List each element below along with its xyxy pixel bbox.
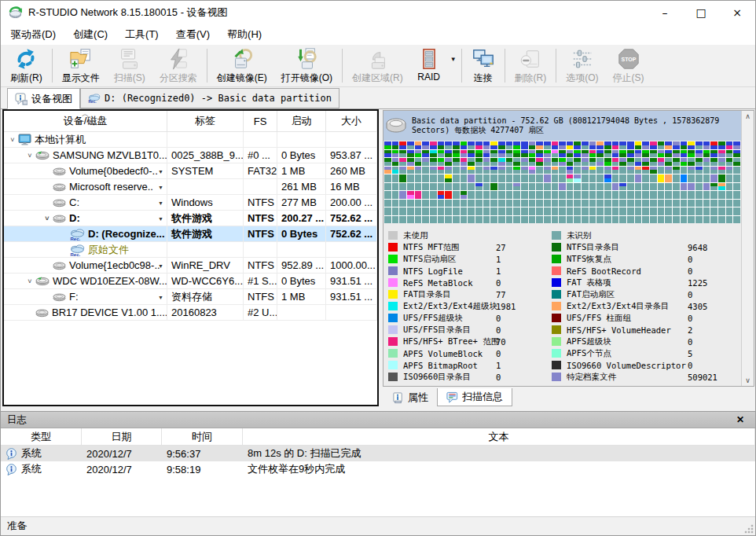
- scan-block[interactable]: [589, 216, 596, 224]
- scan-block[interactable]: [596, 150, 604, 158]
- scan-block[interactable]: [612, 167, 619, 174]
- scan-block[interactable]: [635, 141, 642, 149]
- scan-block[interactable]: [681, 174, 688, 182]
- scan-block[interactable]: [461, 174, 468, 182]
- scan-block[interactable]: [574, 174, 581, 182]
- tree-row-2[interactable]: Volume{0bedecf0-..▼SYSTEMFAT321 MB260 MB: [4, 163, 377, 179]
- scan-block[interactable]: [445, 200, 452, 207]
- scan-block[interactable]: [688, 216, 695, 224]
- scan-block[interactable]: [726, 191, 733, 199]
- scan-block[interactable]: [642, 183, 649, 191]
- scan-block[interactable]: [430, 183, 437, 191]
- row-dropdown-icon[interactable]: ▼: [158, 215, 163, 221]
- scan-block[interactable]: [445, 141, 452, 149]
- tree-column-header-3[interactable]: 启动: [277, 111, 326, 132]
- scan-block[interactable]: [399, 207, 406, 215]
- scan-block[interactable]: [521, 191, 528, 199]
- scan-block[interactable]: [415, 191, 422, 199]
- scan-block[interactable]: [604, 150, 611, 158]
- scan-block[interactable]: [445, 183, 452, 191]
- scan-block[interactable]: [438, 207, 445, 215]
- scan-block[interactable]: [567, 207, 574, 215]
- scan-block[interactable]: [681, 167, 688, 174]
- scan-block[interactable]: [665, 183, 672, 191]
- scan-block[interactable]: [529, 174, 536, 182]
- scan-block[interactable]: [619, 150, 626, 158]
- scan-block[interactable]: [733, 174, 740, 182]
- scan-block[interactable]: [635, 207, 642, 215]
- scan-block[interactable]: [461, 200, 468, 207]
- scan-block[interactable]: [574, 191, 581, 199]
- scan-block[interactable]: [498, 207, 505, 215]
- scan-block[interactable]: [438, 167, 445, 174]
- tree-row-7[interactable]: Rec.原始文件: [4, 242, 377, 258]
- scan-block[interactable]: [665, 191, 672, 199]
- scan-block[interactable]: [521, 167, 528, 174]
- scan-block[interactable]: [399, 183, 406, 191]
- scan-block[interactable]: [718, 183, 725, 191]
- scan-block[interactable]: [483, 167, 490, 174]
- scan-block[interactable]: [468, 167, 475, 174]
- scan-block[interactable]: [498, 200, 505, 207]
- scan-block[interactable]: [695, 183, 703, 191]
- scan-block[interactable]: [490, 174, 497, 182]
- scan-block[interactable]: [733, 216, 740, 224]
- scan-block[interactable]: [635, 167, 642, 174]
- scan-block[interactable]: [468, 183, 475, 191]
- scan-block[interactable]: [483, 207, 490, 215]
- scan-block[interactable]: [438, 183, 445, 191]
- scan-block[interactable]: [513, 150, 520, 158]
- scan-block[interactable]: [710, 167, 717, 174]
- log-column-header-3[interactable]: 文本: [243, 428, 755, 446]
- scan-block[interactable]: [718, 207, 725, 215]
- scan-block[interactable]: [475, 207, 483, 215]
- scan-block[interactable]: [733, 183, 740, 191]
- scan-block[interactable]: [544, 158, 551, 166]
- scan-block[interactable]: [430, 200, 437, 207]
- scan-block[interactable]: [604, 207, 611, 215]
- scan-block[interactable]: [415, 141, 422, 149]
- scan-block[interactable]: [688, 150, 695, 158]
- scan-block[interactable]: [468, 216, 475, 224]
- scan-block[interactable]: [536, 158, 543, 166]
- scan-block[interactable]: [384, 174, 391, 182]
- scan-block[interactable]: [650, 191, 657, 199]
- scan-block[interactable]: [604, 141, 611, 149]
- scan-block[interactable]: [559, 158, 566, 166]
- scan-block[interactable]: [490, 216, 497, 224]
- scan-block[interactable]: [422, 200, 429, 207]
- scan-block[interactable]: [567, 158, 574, 166]
- scan-block[interactable]: [574, 216, 581, 224]
- scan-block[interactable]: [544, 150, 551, 158]
- scan-block[interactable]: [635, 200, 642, 207]
- scan-block[interactable]: [552, 158, 559, 166]
- scan-block[interactable]: [718, 150, 725, 158]
- log-column-header-1[interactable]: 日期: [82, 428, 162, 446]
- scan-block[interactable]: [612, 174, 619, 182]
- scan-block[interactable]: [521, 158, 528, 166]
- scan-block[interactable]: [673, 207, 680, 215]
- scan-block[interactable]: [552, 183, 559, 191]
- scan-block[interactable]: [552, 167, 559, 174]
- scan-block[interactable]: [567, 167, 574, 174]
- scan-block[interactable]: [513, 158, 520, 166]
- scan-block[interactable]: [506, 141, 513, 149]
- scan-block[interactable]: [552, 200, 559, 207]
- scan-block[interactable]: [673, 216, 680, 224]
- scan-block[interactable]: [604, 191, 611, 199]
- scan-block[interactable]: [468, 141, 475, 149]
- scan-block[interactable]: [703, 207, 710, 215]
- scan-block[interactable]: [695, 158, 703, 166]
- scan-block[interactable]: [490, 191, 497, 199]
- scan-block[interactable]: [574, 150, 581, 158]
- scan-block[interactable]: [612, 200, 619, 207]
- scan-block[interactable]: [384, 207, 391, 215]
- scan-block[interactable]: [506, 200, 513, 207]
- scan-block[interactable]: [513, 216, 520, 224]
- scan-block[interactable]: [468, 207, 475, 215]
- scan-block[interactable]: [453, 183, 460, 191]
- scan-block[interactable]: [612, 150, 619, 158]
- scan-block[interactable]: [490, 207, 497, 215]
- scan-block[interactable]: [521, 216, 528, 224]
- scan-scrollbar[interactable]: ∧ ∨: [741, 111, 754, 386]
